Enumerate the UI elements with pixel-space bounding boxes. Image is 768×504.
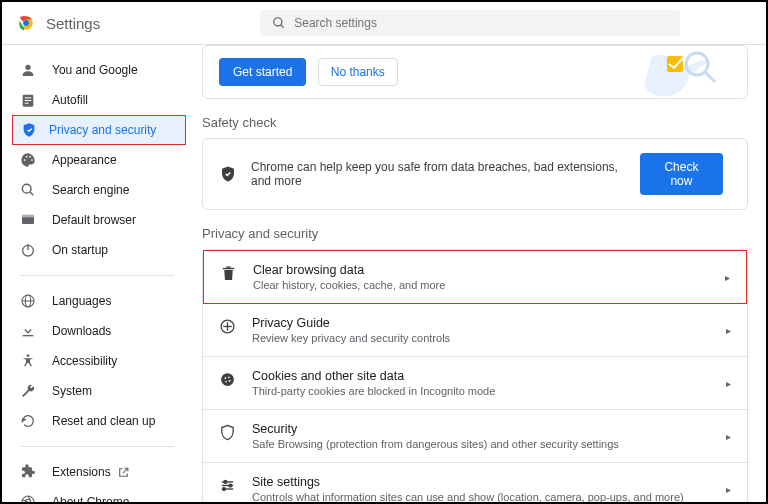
- person-icon: [20, 62, 36, 78]
- sidebar-item-reset[interactable]: Reset and clean up: [2, 406, 192, 436]
- svg-rect-33: [223, 268, 234, 269]
- sidebar-item-label: Downloads: [52, 324, 111, 338]
- sidebar-item-label: Default browser: [52, 213, 136, 227]
- shield-icon: [21, 122, 37, 138]
- svg-point-14: [22, 184, 31, 193]
- sidebar-item-label: Languages: [52, 294, 111, 308]
- clear-browsing-data-item[interactable]: Clear browsing data Clear history, cooki…: [203, 250, 747, 304]
- power-icon: [20, 242, 36, 258]
- item-sub: Third-party cookies are blocked in Incog…: [252, 385, 495, 397]
- svg-point-46: [224, 481, 227, 484]
- get-started-button[interactable]: Get started: [219, 58, 306, 86]
- sidebar-item-about-chrome[interactable]: About Chrome: [2, 487, 192, 504]
- sidebar-item-label: Privacy and security: [49, 123, 156, 137]
- download-icon: [20, 323, 36, 339]
- svg-point-38: [221, 373, 234, 386]
- trash-icon: [220, 265, 237, 282]
- item-sub: Clear history, cookies, cache, and more: [253, 279, 445, 291]
- privacy-guide-item[interactable]: Privacy Guide Review key privacy and sec…: [203, 304, 747, 357]
- sidebar-item-label: Autofill: [52, 93, 88, 107]
- sidebar-item-search-engine[interactable]: Search engine: [2, 175, 192, 205]
- promo-actions: Get started No thanks: [219, 58, 398, 86]
- svg-point-47: [229, 484, 232, 487]
- sidebar-item-languages[interactable]: Languages: [2, 286, 192, 316]
- item-sub: Controls what information sites can use …: [252, 491, 684, 503]
- item-title: Clear browsing data: [253, 263, 445, 277]
- svg-rect-17: [22, 215, 34, 218]
- sidebar-item-accessibility[interactable]: Accessibility: [2, 346, 192, 376]
- restore-icon: [20, 413, 36, 429]
- compass-icon: [219, 318, 236, 335]
- search-input[interactable]: [294, 16, 668, 30]
- sidebar-item-label: Appearance: [52, 153, 117, 167]
- sidebar-item-label: Reset and clean up: [52, 414, 155, 428]
- content: You and Google Autofill Privacy and secu…: [2, 45, 766, 504]
- promo-card: Get started No thanks: [202, 45, 748, 99]
- svg-point-24: [27, 354, 30, 357]
- chevron-right-icon: ▸: [726, 484, 731, 495]
- svg-rect-9: [25, 103, 29, 104]
- svg-point-39: [224, 377, 226, 379]
- chevron-right-icon: ▸: [726, 378, 731, 389]
- browser-icon: [20, 212, 36, 228]
- sidebar-item-label: About Chrome: [52, 495, 129, 504]
- svg-point-42: [229, 380, 231, 382]
- sliders-icon: [219, 477, 236, 494]
- safety-check-title: Safety check: [202, 115, 748, 130]
- security-item[interactable]: Security Safe Browsing (protection from …: [203, 410, 747, 463]
- svg-rect-7: [25, 97, 32, 98]
- sidebar-item-on-startup[interactable]: On startup: [2, 235, 192, 265]
- chevron-right-icon: ▸: [725, 272, 730, 283]
- header: Settings: [2, 2, 766, 45]
- svg-rect-34: [226, 266, 230, 267]
- sidebar-item-autofill[interactable]: Autofill: [2, 85, 192, 115]
- search-box[interactable]: [260, 10, 680, 36]
- sidebar-item-downloads[interactable]: Downloads: [2, 316, 192, 346]
- privacy-list: Clear browsing data Clear history, cooki…: [202, 249, 748, 504]
- cookies-item[interactable]: Cookies and other site data Third-party …: [203, 357, 747, 410]
- svg-point-3: [274, 18, 282, 26]
- chrome-outline-icon: [20, 494, 36, 504]
- svg-line-4: [281, 25, 284, 28]
- sidebar-item-appearance[interactable]: Appearance: [2, 145, 192, 175]
- privacy-section-title: Privacy and security: [202, 226, 748, 241]
- globe-icon: [20, 293, 36, 309]
- svg-point-10: [24, 159, 26, 161]
- svg-point-41: [225, 381, 227, 383]
- site-settings-item[interactable]: Site settings Controls what information …: [203, 463, 747, 504]
- sidebar-item-extensions[interactable]: Extensions: [2, 457, 192, 487]
- extension-icon: [20, 464, 36, 480]
- sidebar-item-label: On startup: [52, 243, 108, 257]
- svg-line-31: [705, 72, 715, 82]
- sidebar-item-you-and-google[interactable]: You and Google: [2, 55, 192, 85]
- svg-point-12: [29, 156, 31, 158]
- svg-point-40: [228, 377, 230, 379]
- svg-rect-23: [23, 335, 34, 336]
- item-title: Site settings: [252, 475, 684, 489]
- no-thanks-button[interactable]: No thanks: [318, 58, 398, 86]
- check-now-button[interactable]: Check now: [640, 153, 723, 195]
- sidebar-item-label: System: [52, 384, 92, 398]
- accessibility-icon: [20, 353, 36, 369]
- sidebar-item-label: Accessibility: [52, 354, 117, 368]
- item-title: Privacy Guide: [252, 316, 450, 330]
- safety-check-card: Chrome can help keep you safe from data …: [202, 138, 748, 210]
- chevron-right-icon: ▸: [726, 325, 731, 336]
- wrench-icon: [20, 383, 36, 399]
- sidebar-item-system[interactable]: System: [2, 376, 192, 406]
- svg-point-13: [31, 159, 33, 161]
- chevron-right-icon: ▸: [726, 431, 731, 442]
- svg-point-48: [223, 488, 226, 491]
- divider: [20, 446, 174, 447]
- open-in-new-icon: [117, 466, 130, 479]
- page-title: Settings: [46, 15, 100, 32]
- item-sub: Safe Browsing (protection from dangerous…: [252, 438, 619, 450]
- shield-check-icon: [219, 165, 237, 183]
- svg-rect-8: [25, 100, 32, 101]
- svg-point-5: [25, 65, 30, 70]
- sidebar-item-privacy-and-security[interactable]: Privacy and security: [12, 115, 186, 145]
- sidebar-item-label: Extensions: [52, 465, 111, 479]
- sidebar-item-default-browser[interactable]: Default browser: [2, 205, 192, 235]
- sidebar: You and Google Autofill Privacy and secu…: [2, 45, 192, 504]
- search-icon: [272, 16, 286, 30]
